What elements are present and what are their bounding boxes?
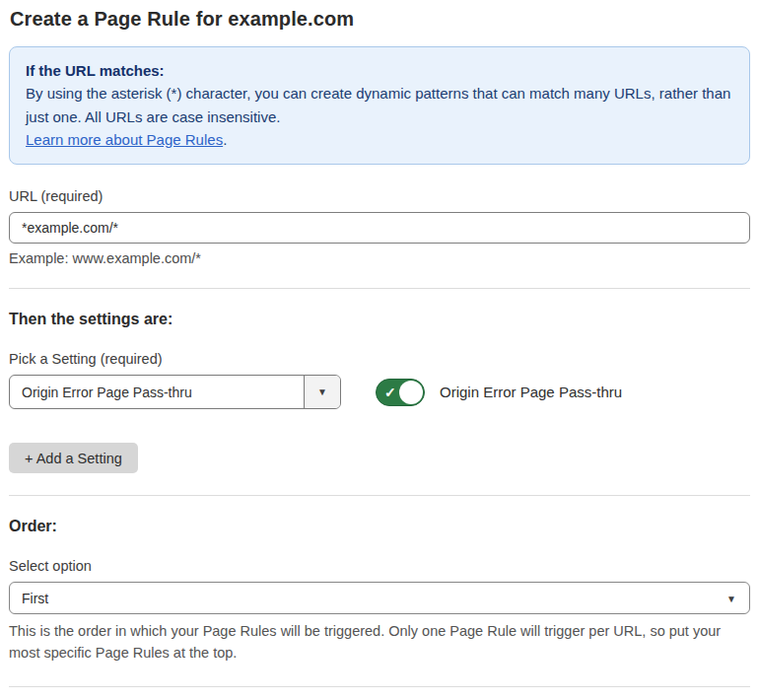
setting-picker-label: Pick a Setting (required) xyxy=(9,351,750,367)
divider xyxy=(9,686,750,687)
setting-dropdown-value: Origin Error Page Pass-thru xyxy=(10,376,304,408)
divider xyxy=(9,288,750,289)
setting-toggle-wrap: ✓ Origin Error Page Pass-thru xyxy=(376,379,622,406)
caret-down-icon: ▼ xyxy=(726,593,736,603)
order-select-label: Select option xyxy=(9,558,750,574)
url-match-info-box: If the URL matches: By using the asteris… xyxy=(9,46,750,165)
setting-dropdown[interactable]: Origin Error Page Pass-thru ▼ xyxy=(9,375,341,409)
url-input[interactable] xyxy=(9,212,750,244)
page-rule-form: Create a Page Rule for example.com If th… xyxy=(0,0,759,700)
caret-down-icon: ▼ xyxy=(317,386,327,397)
order-select-value: First xyxy=(22,591,48,606)
setting-toggle-label: Origin Error Page Pass-thru xyxy=(440,384,622,400)
divider xyxy=(9,495,750,496)
dropdown-caret-cell[interactable]: ▼ xyxy=(304,376,340,408)
order-helper-text: This is the order in which your Page Rul… xyxy=(9,621,748,665)
add-setting-button[interactable]: + Add a Setting xyxy=(9,443,138,473)
learn-more-link[interactable]: Learn more about Page Rules xyxy=(26,131,223,148)
url-field-label: URL (required) xyxy=(9,188,750,204)
setting-toggle[interactable]: ✓ xyxy=(376,379,425,406)
info-box-link-line: Learn more about Page Rules. xyxy=(26,128,733,151)
settings-section-heading: Then the settings are: xyxy=(9,311,750,328)
link-suffix: . xyxy=(223,131,227,148)
page-title: Create a Page Rule for example.com xyxy=(10,8,750,31)
order-select[interactable]: First ▼ xyxy=(9,582,750,614)
order-section-heading: Order: xyxy=(9,518,750,535)
url-field-helper: Example: www.example.com/* xyxy=(9,250,750,266)
info-box-body: By using the asterisk (*) character, you… xyxy=(26,82,733,128)
info-box-heading: If the URL matches: xyxy=(26,59,733,82)
toggle-knob xyxy=(399,381,423,404)
setting-row: Origin Error Page Pass-thru ▼ ✓ Origin E… xyxy=(9,375,750,409)
check-icon: ✓ xyxy=(384,385,396,398)
